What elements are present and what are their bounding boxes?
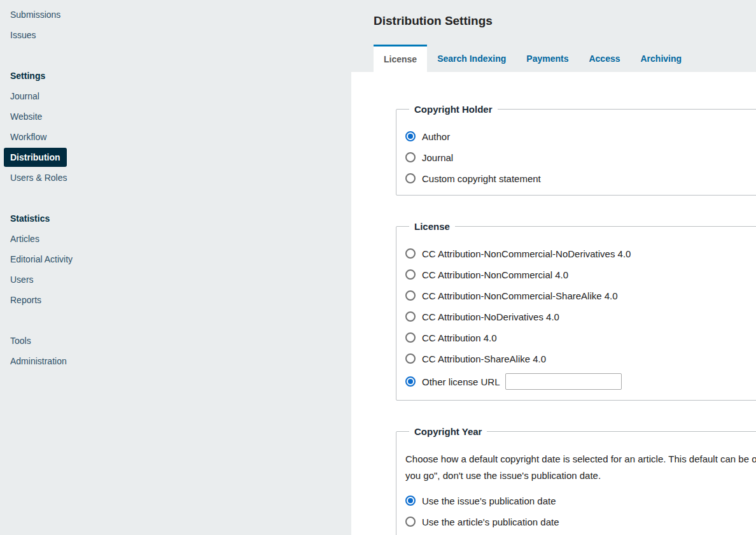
radio-option-issue-publication-date[interactable]: Use the issue's publication date (405, 494, 756, 507)
copyright-year-description: Choose how a default copyright date is s… (405, 451, 756, 484)
radio-option-cc-by-nc-sa[interactable]: CC Attribution-NonCommercial-ShareAlike … (405, 289, 756, 302)
sidebar-header-settings: Settings (10, 66, 165, 86)
settings-tabbar: License Search Indexing Payments Access … (374, 45, 756, 72)
copyright-holder-fieldset: Copyright Holder Author Journal Custom c… (396, 104, 756, 196)
radio-button[interactable] (405, 173, 416, 183)
sidebar-spacer (10, 188, 165, 208)
sidebar-item-journal[interactable]: Journal (10, 86, 165, 106)
sidebar-item-distribution[interactable]: Distribution (10, 147, 165, 168)
radio-button[interactable] (405, 131, 416, 141)
description-line: you go", don't use the issue's publicati… (405, 467, 756, 484)
radio-option-cc-by-nc[interactable]: CC Attribution-NonCommercial 4.0 (405, 268, 756, 281)
license-legend: License (409, 221, 455, 232)
radio-option-article-publication-date[interactable]: Use the article's publication date (405, 515, 756, 528)
radio-option-journal[interactable]: Journal (405, 151, 756, 164)
radio-button[interactable] (405, 290, 416, 301)
radio-button[interactable] (405, 311, 416, 322)
sidebar-item-issues[interactable]: Issues (10, 25, 165, 45)
license-tab-panel: Copyright Holder Author Journal Custom c… (351, 72, 756, 535)
sidebar-item-submissions[interactable]: Submissions (10, 4, 165, 25)
radio-button[interactable] (405, 332, 416, 343)
copyright-year-fieldset: Copyright Year Choose how a default copy… (396, 426, 756, 535)
sidebar-item-reports[interactable]: Reports (10, 290, 165, 310)
radio-button[interactable] (405, 353, 416, 364)
sidebar-item-tools[interactable]: Tools (10, 331, 165, 351)
tab-license[interactable]: License (374, 45, 427, 72)
sidebar: Submissions Issues Settings Journal Webs… (0, 0, 165, 535)
sidebar-spacer (10, 45, 165, 66)
sidebar-spacer (10, 310, 165, 331)
radio-option-cc-by-nc-nd[interactable]: CC Attribution-NonCommercial-NoDerivativ… (405, 247, 756, 260)
radio-option-custom-copyright[interactable]: Custom copyright statement (405, 172, 756, 185)
distribution-settings-page: { "colors": { "page_background": "#eaede… (0, 0, 756, 535)
other-license-url-input[interactable] (505, 373, 622, 390)
radio-button[interactable] (405, 152, 416, 162)
tab-payments[interactable]: Payments (516, 45, 578, 72)
sidebar-item-editorial-activity[interactable]: Editorial Activity (10, 249, 165, 269)
tab-search-indexing[interactable]: Search Indexing (427, 45, 516, 72)
sidebar-item-website[interactable]: Website (10, 106, 165, 127)
sidebar-item-administration[interactable]: Administration (10, 351, 165, 371)
radio-button[interactable] (405, 376, 416, 387)
radio-button[interactable] (405, 496, 416, 506)
copyright-holder-legend: Copyright Holder (409, 104, 498, 115)
radio-button[interactable] (405, 517, 416, 527)
radio-option-cc-by[interactable]: CC Attribution 4.0 (405, 331, 756, 344)
radio-option-other-license-url[interactable]: Other license URL (405, 373, 756, 390)
sidebar-item-workflow[interactable]: Workflow (10, 127, 165, 147)
radio-button[interactable] (405, 248, 416, 259)
license-fieldset: License CC Attribution-NonCommercial-NoD… (396, 221, 756, 401)
sidebar-item-articles[interactable]: Articles (10, 229, 165, 249)
radio-button[interactable] (405, 269, 416, 280)
sidebar-item-users[interactable]: Users (10, 269, 165, 290)
tab-archiving[interactable]: Archiving (631, 45, 692, 72)
main-content: Distribution Settings License Search Ind… (351, 0, 756, 535)
copyright-year-legend: Copyright Year (409, 426, 487, 437)
radio-option-author[interactable]: Author (405, 130, 756, 143)
sidebar-item-users-roles[interactable]: Users & Roles (10, 168, 165, 188)
description-line: Choose how a default copyright date is s… (405, 451, 756, 467)
tab-access[interactable]: Access (578, 45, 630, 72)
radio-option-cc-by-sa[interactable]: CC Attribution-ShareAlike 4.0 (405, 352, 756, 365)
sidebar-header-statistics: Statistics (10, 208, 165, 229)
radio-option-cc-by-nd[interactable]: CC Attribution-NoDerivatives 4.0 (405, 310, 756, 323)
page-title: Distribution Settings (374, 15, 756, 27)
